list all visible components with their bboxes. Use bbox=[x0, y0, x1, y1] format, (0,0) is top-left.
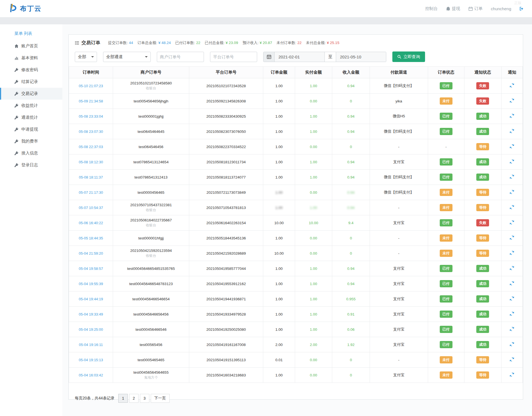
date-to-input[interactable] bbox=[336, 52, 386, 62]
order-time-link[interactable]: 05-04 21:59:20 bbox=[79, 251, 103, 255]
channel-select[interactable]: 全部通道 bbox=[103, 52, 151, 62]
nav-orders[interactable]: 订单 bbox=[469, 6, 483, 11]
paid-amount: 1.00 bbox=[295, 154, 332, 170]
sidebar-item-接入信息[interactable]: 接入信息 bbox=[0, 147, 62, 159]
order-time-link[interactable]: 05-07 10:54:37 bbox=[79, 206, 103, 210]
order-time-link[interactable]: 05-10 21:07:23 bbox=[79, 84, 103, 88]
order-time-link[interactable]: 05-08 23:07:30 bbox=[79, 130, 103, 134]
platform-order-input[interactable] bbox=[210, 52, 257, 62]
renotify-refresh-icon[interactable] bbox=[510, 205, 514, 209]
order-time-link[interactable]: 05-04 19:44:19 bbox=[79, 297, 103, 301]
notify-status-badge: 成功 bbox=[476, 265, 489, 272]
order-time-link[interactable]: 05-04 19:25:00 bbox=[79, 327, 103, 332]
renotify-refresh-icon[interactable] bbox=[510, 190, 514, 194]
order-time-link[interactable]: 05-04 19:15:13 bbox=[79, 358, 103, 362]
order-status-badge: 未付 bbox=[440, 189, 452, 196]
date-from-input[interactable] bbox=[275, 52, 324, 62]
platform-order-no: 2021050518443545136 bbox=[189, 231, 263, 246]
paid-amount: 0.00 bbox=[295, 231, 332, 246]
renotify-refresh-icon[interactable] bbox=[510, 342, 514, 346]
order-time-link[interactable]: 05-08 23:33:04 bbox=[79, 114, 103, 118]
order-amount: 1.00 bbox=[263, 307, 295, 322]
merchant-order-cell: test000001hfgjj bbox=[113, 231, 189, 246]
page-button-2[interactable]: 2 bbox=[129, 394, 139, 403]
merchant-order-cell: test000456466546654 bbox=[113, 291, 189, 307]
merchant-order-cell: test0645464645 bbox=[113, 124, 189, 139]
order-time-link[interactable]: 05-05 18:44:35 bbox=[79, 236, 103, 240]
sidebar-item-label: 收益统计 bbox=[21, 103, 38, 108]
orders-card: 交易订单 提交订单数:44订单总金额:¥ 48.24已付订单数:22已付总金额:… bbox=[68, 34, 523, 400]
status-select[interactable]: 全部 bbox=[75, 52, 97, 62]
renotify-refresh-icon[interactable] bbox=[510, 266, 514, 270]
nav-username[interactable]: chuncheng bbox=[491, 6, 511, 11]
order-time-link[interactable]: 05-04 16:03:42 bbox=[79, 373, 103, 377]
renotify-refresh-icon[interactable] bbox=[510, 296, 514, 301]
renotify-refresh-icon[interactable] bbox=[510, 327, 514, 331]
platform-order-no: 2021050419250025080 bbox=[189, 322, 263, 337]
renotify-refresh-icon[interactable] bbox=[510, 99, 514, 103]
sidebar-item-基本资料[interactable]: 基本资料 bbox=[0, 52, 62, 64]
filter-bar: 全部 全部通道 至 立即查询 bbox=[69, 49, 523, 66]
nav-withdraw[interactable]: 提现 bbox=[446, 6, 460, 11]
merchant-order-no: test07865413124654 bbox=[114, 160, 188, 164]
renotify-refresh-icon[interactable] bbox=[510, 373, 514, 377]
renotify-refresh-icon[interactable] bbox=[510, 114, 514, 118]
query-button[interactable]: 立即查询 bbox=[392, 51, 425, 62]
renotify-refresh-icon[interactable] bbox=[510, 281, 514, 285]
sidebar-item-通道统计[interactable]: 通道统计 bbox=[0, 112, 62, 123]
next-page-button[interactable]: 下一页 bbox=[151, 394, 170, 403]
platform-order-no: 2021050416034218683 bbox=[189, 368, 263, 383]
order-time-link[interactable]: 05-04 19:55:39 bbox=[79, 282, 103, 286]
order-time-link[interactable]: 05-04 19:16:11 bbox=[79, 343, 103, 347]
renotify-refresh-icon[interactable] bbox=[510, 83, 514, 87]
order-status-badge: 已付 bbox=[440, 265, 452, 272]
sidebar-title: 菜单 列表 bbox=[0, 28, 62, 40]
renotify-refresh-icon[interactable] bbox=[510, 129, 514, 133]
renotify-refresh-icon[interactable] bbox=[510, 159, 514, 164]
renotify-refresh-icon[interactable] bbox=[510, 312, 514, 316]
renotify-refresh-icon[interactable] bbox=[510, 144, 514, 148]
stat-value: 22 bbox=[196, 41, 200, 45]
stat-value: 44 bbox=[129, 41, 133, 45]
notify-status-badge: 成功 bbox=[476, 311, 489, 318]
sidebar-item-我的费率[interactable]: 我的费率 bbox=[0, 135, 62, 147]
order-time-link[interactable]: 05-08 18:11:37 bbox=[79, 175, 103, 179]
merchant-order-input[interactable] bbox=[157, 52, 204, 62]
key-icon bbox=[14, 139, 19, 143]
page-button-1[interactable]: 1 bbox=[118, 394, 128, 403]
sidebar-item-账户首页[interactable]: 账户首页 bbox=[0, 40, 62, 52]
sidebar-item-申请提现[interactable]: 申请提现 bbox=[0, 123, 62, 135]
merchant-order-cell: test00565456 bbox=[113, 337, 189, 352]
order-time-link[interactable]: 05-07 21:17:30 bbox=[79, 190, 103, 195]
page-button-3[interactable]: 3 bbox=[140, 394, 149, 403]
sidebar-item-登录日志[interactable]: 登录日志 bbox=[0, 159, 62, 171]
order-time-link[interactable]: 05-06 16:40:22 bbox=[79, 221, 103, 225]
paid-amount: 0.00 bbox=[295, 185, 332, 200]
sidebar-item-结算记录[interactable]: 结算记录 bbox=[0, 76, 62, 88]
merchant-order-no: test000456466548783123 bbox=[114, 282, 188, 286]
sidebar-item-修改密码[interactable]: 修改密码 bbox=[0, 64, 62, 76]
order-time-link[interactable]: 05-08 18:12:30 bbox=[79, 160, 103, 164]
orders-table: 订单时间商户订单号平台订单号订单金额实付金额收入金额付款渠道订单状态通知状态通知… bbox=[69, 66, 523, 383]
renotify-refresh-icon[interactable] bbox=[510, 251, 514, 255]
nav-logout[interactable] bbox=[520, 7, 524, 11]
sidebar-item-交易记录[interactable]: 交易记录 bbox=[0, 88, 62, 100]
platform-order-no: 2021050721173073849 bbox=[189, 185, 263, 200]
order-status-badge: 已付 bbox=[440, 326, 452, 333]
table-row: 05-04 19:58:57test0004564665485153576520… bbox=[69, 261, 523, 276]
brand-logo[interactable]: 布丁云 bbox=[8, 3, 42, 14]
renotify-refresh-icon[interactable] bbox=[510, 220, 514, 224]
order-amount: 10.00 bbox=[263, 246, 295, 261]
order-time-link[interactable]: 05-08 22:37:03 bbox=[79, 145, 103, 149]
renotify-refresh-icon[interactable] bbox=[510, 175, 514, 179]
order-time-link[interactable]: 05-04 19:58:57 bbox=[79, 267, 103, 271]
sidebar-item-收益统计[interactable]: 收益统计 bbox=[0, 100, 62, 112]
merchant-order-cell: 20210506164022735667收银台 bbox=[113, 215, 189, 231]
order-time-link[interactable]: 05-04 19:33:49 bbox=[79, 312, 103, 316]
order-time-link[interactable]: 05-09 21:34:58 bbox=[79, 99, 103, 103]
renotify-refresh-icon[interactable] bbox=[510, 236, 514, 240]
nav-console[interactable]: 控制台 bbox=[425, 6, 438, 11]
order-status-badge: 已付 bbox=[440, 113, 452, 120]
renotify-refresh-icon[interactable] bbox=[510, 357, 514, 361]
header-divider-band bbox=[0, 17, 532, 24]
